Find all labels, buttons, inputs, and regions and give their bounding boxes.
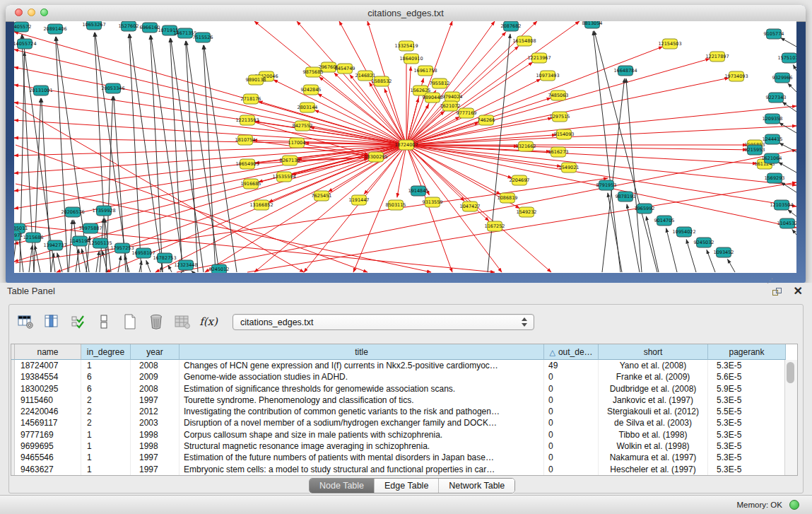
graph-node-label: 20891406 — [43, 26, 66, 32]
column-header-year[interactable]: year — [131, 344, 180, 360]
graph-node-label: 2146821 — [355, 73, 376, 78]
table-selector-combo[interactable]: citations_edges.txt — [233, 314, 534, 330]
minimize-traffic-light[interactable] — [28, 8, 35, 16]
table-row[interactable]: 946554611997Estimation of the future num… — [11, 452, 797, 463]
table-row[interactable]: 977716911998Corpus callosum shape and si… — [11, 429, 797, 440]
citation-edge-black — [793, 65, 796, 71]
memory-status-indicator[interactable] — [789, 500, 799, 510]
table-cell: 0 — [544, 429, 599, 440]
graph-node-label: 9878191 — [616, 194, 636, 199]
row-checks-icon[interactable] — [69, 313, 87, 331]
graph-node-label: 16154808 — [512, 38, 536, 44]
citation-edge-red — [397, 145, 406, 197]
graph-node-label: 1047427 — [460, 204, 481, 209]
table-row[interactable]: 1938455462009Genome-wide association stu… — [11, 371, 797, 382]
zoom-traffic-light[interactable] — [40, 8, 48, 16]
network-canvas[interactable]: 2405572208914061065326715276026966160107… — [14, 21, 796, 273]
table-cell: 0 — [544, 440, 599, 452]
graph-node-label: 13166852 — [249, 202, 273, 208]
column-header-short[interactable]: short — [599, 344, 708, 360]
table-row[interactable]: 2242004622012Investigating the contribut… — [11, 406, 797, 417]
graph-node-label: 8427552 — [293, 123, 313, 129]
graph-node-label: 7515526 — [193, 35, 213, 40]
graph-node-label: 9875685 — [303, 69, 324, 75]
table-cell: Yano et al. (2008) — [599, 360, 708, 371]
citation-edge-black — [602, 78, 625, 272]
table-cell: 9115460 — [15, 395, 81, 406]
column-header-name[interactable]: name — [15, 344, 81, 360]
table-cell: de Silva et al. (2003) — [599, 417, 708, 428]
table-cell: 1 — [81, 360, 131, 371]
rows-icon[interactable] — [95, 313, 113, 331]
column-header-label: in_degree — [87, 347, 124, 357]
graph-node-label: 9890138 — [246, 77, 266, 83]
graph-node-label: 3915971 — [14, 233, 23, 238]
new-document-icon[interactable] — [121, 313, 139, 331]
table-column-icon[interactable] — [42, 313, 61, 331]
citation-network-graph: 2405572208914061065326715276026966160107… — [14, 21, 796, 273]
table-cell: 5.3E-5 — [708, 360, 786, 371]
graph-node-label: 1549021 — [559, 165, 579, 170]
column-header-pagerank[interactable]: pagerank — [708, 344, 786, 360]
graph-node-label: 7955812 — [430, 81, 450, 86]
graph-node-label: 8503115 — [386, 202, 406, 208]
splitter-grip-icon[interactable]: ⋰ — [767, 277, 773, 284]
table-cell: 5.3E-5 — [708, 440, 786, 452]
column-header-label: short — [644, 347, 663, 357]
vertical-scrollbar[interactable] — [784, 360, 797, 475]
column-header-in_degree[interactable]: in_degree — [81, 344, 131, 360]
graph-node-label: 7625451 — [312, 193, 332, 199]
graph-node-label: 1191447 — [349, 197, 370, 203]
table-row[interactable]: 1872400712008Changes of HCN gene express… — [11, 360, 797, 371]
tab-edge-table[interactable]: Edge Table — [375, 479, 439, 493]
citation-edge-black — [146, 260, 151, 272]
delete-icon[interactable] — [147, 313, 165, 331]
import-table-icon[interactable] — [173, 313, 192, 331]
column-header-label: year — [146, 347, 163, 357]
graph-node-label: 2405572 — [14, 24, 31, 30]
window-titlebar[interactable]: citations_edges.txt — [6, 5, 806, 22]
graph-node-label: 9014705 — [654, 218, 675, 223]
graph-node-label: 1916685 — [241, 181, 261, 187]
graph-node-label: 18300295 — [364, 154, 387, 160]
tab-node-table[interactable]: Node Table — [310, 479, 375, 493]
node-table: namein_degreeyeartitle△out_de…shortpager… — [11, 344, 798, 476]
graph-node-label: 8267130 — [280, 158, 300, 163]
table-cell: Investigating the contribution of common… — [180, 406, 544, 417]
table-row[interactable]: 969969511998Structural magnetic resonanc… — [11, 440, 797, 452]
table-cell: 0 — [544, 406, 599, 417]
graph-node-label: 9777169 — [457, 110, 477, 116]
citation-edge-black — [779, 123, 796, 133]
table-cell: 5.3E-5 — [708, 429, 786, 440]
table-row[interactable]: 1830029562008Estimation of significance … — [11, 383, 797, 395]
graph-node-label: 746266 — [478, 117, 495, 123]
close-panel-icon[interactable]: ✕ — [794, 284, 803, 298]
float-panel-icon[interactable] — [772, 286, 782, 297]
close-traffic-light[interactable] — [15, 8, 23, 16]
table-cell: Tibbo et al. (1998) — [599, 429, 708, 440]
graph-node-label: 12213967 — [527, 55, 551, 61]
function-icon[interactable]: f(x) — [199, 313, 218, 331]
graph-node-label: 9227343 — [766, 95, 787, 100]
table-settings-icon[interactable] — [16, 313, 35, 331]
table-cell: 2009 — [131, 371, 180, 382]
column-header-out_de[interactable]: △out_de… — [544, 344, 599, 360]
graph-node-label: 13325419 — [394, 43, 418, 49]
table-cell: 2008 — [131, 360, 180, 371]
scrollbar-thumb[interactable] — [787, 362, 794, 383]
table-row[interactable]: 911546021997Tourette syndrome. Phenomeno… — [11, 395, 797, 406]
table-cell: 1997 — [131, 452, 180, 463]
graph-node-label: 2803144 — [298, 105, 318, 110]
table-row[interactable]: 946362711997Embryonic stem cells: a mode… — [11, 464, 797, 475]
citation-edge-red — [406, 66, 411, 145]
table-tabs: Node TableEdge TableNetwork Table — [309, 478, 515, 493]
graph-node-label: 2718176 — [241, 96, 261, 102]
table-cell: 18300295 — [15, 383, 81, 395]
graph-node-label: 18724007 — [394, 142, 418, 148]
graph-node-label: 9313559 — [423, 199, 443, 205]
tab-network-table[interactable]: Network Table — [439, 479, 514, 493]
table-cell: 2 — [81, 395, 131, 406]
table-row[interactable]: 1456911722003Disruption of a novel membe… — [11, 417, 797, 428]
table-cell: 2 — [81, 406, 131, 417]
column-header-title[interactable]: title — [180, 344, 544, 360]
